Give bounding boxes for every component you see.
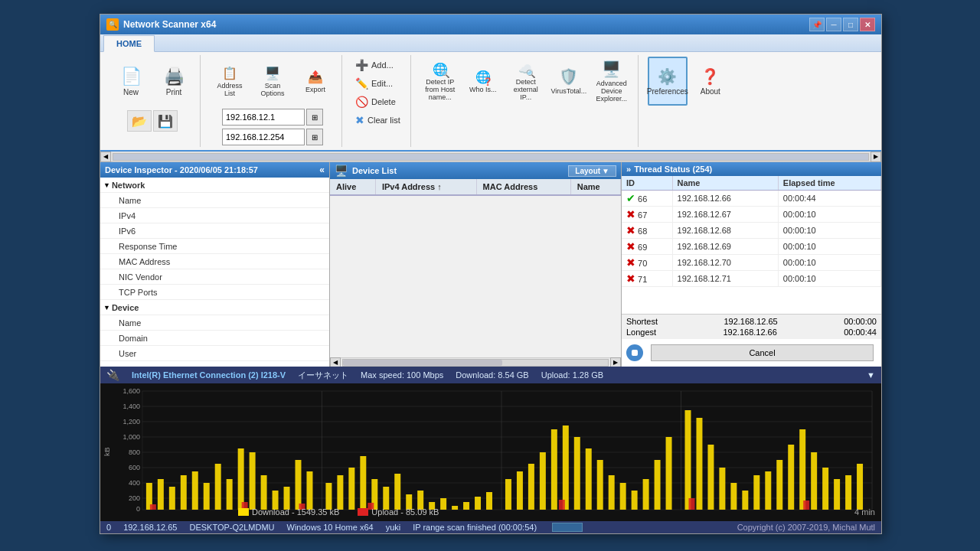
svg-rect-56 — [632, 491, 638, 510]
window-title: Network Scanner x64 — [123, 19, 809, 30]
ip-from-input[interactable] — [222, 109, 305, 126]
main-window: 🔍 Network Scanner x64 📌 ─ □ ✕ HOME 📄 New — [100, 14, 882, 534]
col-mac[interactable]: MAC Address — [476, 179, 570, 195]
thread-row: ✖ 71 192.168.12.71 00:00:10 — [622, 271, 881, 287]
ribbon-group-file: 📄 New 🖨️ Print 📂 💾 — [105, 55, 201, 147]
print-icon: 🖨️ — [164, 67, 185, 86]
device-list-icon: 🖥️ — [335, 165, 348, 177]
svg-rect-45 — [505, 479, 511, 510]
thread-col-id[interactable]: ID — [622, 176, 672, 191]
list-scroll-right[interactable]: ▶ — [610, 357, 621, 367]
svg-rect-59 — [666, 437, 672, 510]
svg-rect-41 — [452, 506, 458, 510]
thread-col-elapsed[interactable]: Elapsed time — [778, 176, 880, 191]
svg-rect-23 — [238, 448, 244, 510]
svg-rect-75 — [857, 464, 863, 510]
network-collapse-btn[interactable]: ▼ — [867, 370, 875, 380]
svg-rect-68 — [776, 460, 782, 510]
network-expand-icon[interactable]: ▼ — [103, 181, 110, 189]
svg-rect-65 — [742, 491, 748, 510]
svg-rect-48 — [540, 452, 546, 510]
svg-text:1,200: 1,200 — [122, 418, 139, 425]
ip-to-input[interactable] — [222, 129, 305, 145]
thread-status-header: » Thread Status (254) — [622, 162, 881, 176]
svg-rect-22 — [227, 479, 233, 510]
svg-rect-57 — [643, 479, 649, 510]
svg-rect-33 — [360, 456, 366, 510]
addr-list-button[interactable]: 📋 Address List — [210, 57, 250, 106]
scan-ops-button[interactable]: 🖥️ Scan Options — [253, 57, 292, 106]
svg-rect-16 — [158, 479, 164, 510]
col-alive[interactable]: Alive — [330, 179, 375, 195]
tree-device-user: User — [100, 346, 329, 361]
svg-rect-79 — [368, 503, 374, 510]
virustotal-button[interactable]: 🛡️ VirusTotal... — [549, 57, 589, 106]
inspector-tree: ▼ Network Name IPv4 IPv6 Response Time M… — [100, 178, 329, 367]
tree-group-network: ▼ Network — [100, 178, 329, 193]
tree-item-ipv6: IPv6 — [100, 223, 329, 239]
device-expand-icon[interactable]: ▼ — [103, 304, 110, 311]
svg-rect-19 — [192, 471, 198, 510]
device-list-panel: 🖥️ Device List Layout ▼ Alive — [330, 162, 621, 367]
scroll-left-btn[interactable]: ◀ — [100, 152, 111, 162]
network-group-label: Network — [112, 181, 145, 190]
folder-open-button[interactable]: 📂 — [127, 110, 152, 132]
svg-rect-78 — [299, 504, 305, 510]
svg-rect-73 — [834, 479, 840, 510]
col-name[interactable]: Name — [570, 179, 620, 195]
ribbon-group-edit: ➕ Add... ✏️ Edit... 🚫 Delete ✖ Clear lis… — [345, 55, 411, 147]
svg-rect-53 — [597, 460, 603, 510]
preferences-button[interactable]: ⚙️ Preferences — [648, 57, 688, 106]
layout-button[interactable]: Layout ▼ — [568, 165, 616, 177]
save-button[interactable]: 💾 — [153, 110, 178, 132]
col-ipv4[interactable]: IPv4 Address ↑ — [375, 179, 476, 195]
preferences-icon: ⚙️ — [658, 67, 677, 86]
detect-ext-button[interactable]: ☁️ 🔍 Detect external IP... — [506, 57, 546, 106]
edit-button[interactable]: ✏️ Edit... — [351, 75, 404, 92]
maximize-button[interactable]: □ — [843, 18, 858, 31]
thread-table: ID Name Elapsed time ✔ 66 192.168.12.66 … — [622, 176, 881, 287]
thread-row: ✖ 67 192.168.12.67 00:00:10 — [622, 207, 881, 223]
about-button[interactable]: ❓ About — [691, 57, 730, 106]
device-inspector-header: Device Inspector - 2020/06/05 21:18:57 « — [100, 162, 329, 178]
new-button[interactable]: 📄 New — [111, 57, 151, 106]
ribbon-group-settings: ⚙️ Preferences ❓ About — [642, 55, 737, 147]
cancel-button[interactable]: Cancel — [651, 344, 874, 361]
tab-home[interactable]: HOME — [103, 35, 155, 52]
thread-col-name[interactable]: Name — [672, 176, 778, 191]
status-os: Windows 10 Home x64 — [287, 523, 374, 532]
device-list-table: Alive IPv4 Address ↑ MAC Address Name — [330, 179, 621, 357]
clear-list-button[interactable]: ✖ Clear list — [351, 112, 404, 129]
svg-rect-49 — [551, 429, 557, 510]
svg-rect-32 — [348, 468, 354, 510]
svg-rect-21 — [215, 464, 221, 510]
pin-button[interactable]: 📌 — [809, 18, 825, 31]
svg-rect-71 — [811, 452, 817, 510]
minimize-button[interactable]: ─ — [826, 18, 841, 31]
svg-rect-70 — [799, 429, 805, 510]
advanced-button[interactable]: 🖥️ Advanced Device Explorer... — [592, 57, 632, 106]
status-hostname: DESKTOP-Q2LMDMU — [189, 523, 274, 532]
svg-rect-46 — [517, 471, 523, 510]
thread-expand-icon[interactable]: » — [626, 165, 631, 174]
svg-rect-63 — [719, 468, 725, 510]
scroll-right-btn[interactable]: ▶ — [871, 152, 881, 162]
thread-status-panel: » Thread Status (254) ID Name Elapsed ti… — [621, 162, 881, 367]
list-scroll-left[interactable]: ◀ — [330, 357, 341, 367]
detect-ip-button[interactable]: 🌐 🔍 Detect IP from Host name... — [420, 57, 460, 106]
print-button[interactable]: 🖨️ Print — [154, 57, 194, 106]
svg-rect-47 — [528, 464, 534, 510]
svg-rect-28 — [296, 460, 302, 510]
collapse-inspector-btn[interactable]: « — [319, 165, 325, 175]
who-is-button[interactable]: 🌐 ❓ Who Is... — [463, 57, 503, 106]
svg-rect-31 — [337, 475, 343, 510]
close-button[interactable]: ✕ — [860, 18, 875, 31]
tree-item-nic: NIC Vendor — [100, 269, 329, 285]
add-button[interactable]: ➕ Add... — [351, 57, 404, 73]
ip-from-calc-btn[interactable]: ⊞ — [306, 109, 323, 126]
ip-to-calc-btn[interactable]: ⊞ — [306, 129, 323, 145]
add-icon: ➕ — [355, 59, 368, 71]
graph-duration: 4 min — [854, 507, 875, 517]
delete-button[interactable]: 🚫 Delete — [351, 93, 404, 110]
export-button[interactable]: 📤 Export — [296, 57, 335, 106]
